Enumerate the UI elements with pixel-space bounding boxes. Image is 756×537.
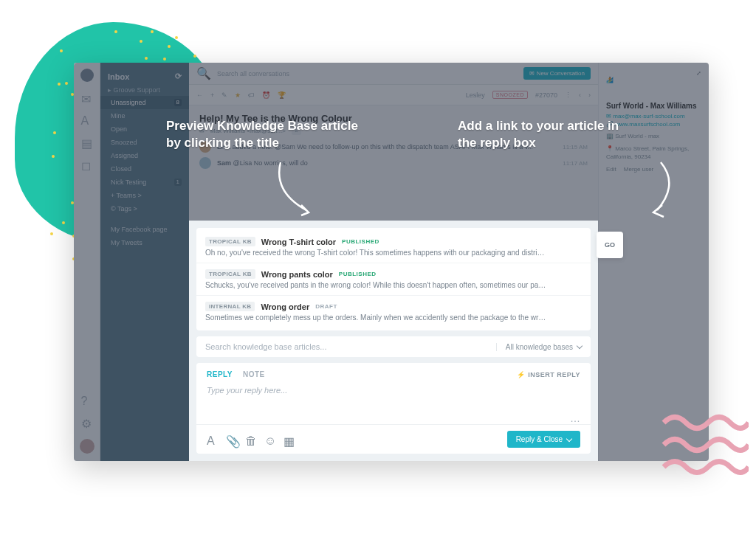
kb-search-input[interactable]: [205, 342, 496, 351]
edit-contact[interactable]: Edit: [606, 166, 616, 173]
sidebar-item-unassigned[interactable]: Unassigned8: [100, 96, 189, 109]
reply-more[interactable]: …: [196, 412, 591, 424]
status-badge[interactable]: SNOOZED: [492, 91, 528, 99]
search-icon[interactable]: 🔍: [196, 66, 211, 80]
arrow-left: [266, 155, 325, 221]
reply-textarea[interactable]: Type your reply here...: [196, 383, 591, 412]
kb-excerpt: Sometimes we completely mess up the orde…: [205, 313, 546, 322]
star-icon[interactable]: ★: [235, 91, 241, 99]
kb-result[interactable]: TROPICAL KB Wrong T-shirt color PUBLISHE…: [196, 231, 591, 263]
more-icon[interactable]: ⋮: [565, 91, 571, 99]
kb-article-title[interactable]: Wrong order: [261, 302, 309, 311]
kb-tag: TROPICAL KB: [205, 237, 255, 246]
new-conversation-button[interactable]: ✉ New Conversation: [523, 67, 591, 80]
tab-note[interactable]: NOTE: [243, 370, 265, 378]
tab-reply[interactable]: REPLY: [207, 370, 233, 378]
gear-icon[interactable]: ⚙: [81, 417, 93, 429]
chevron-down-icon: [577, 343, 583, 349]
attach-icon[interactable]: 📎: [226, 434, 236, 445]
kb-search-bar: All knowledge bases: [196, 336, 591, 357]
topbar: 🔍 Search all conversations ✉ New Convers…: [189, 63, 598, 85]
back-icon[interactable]: ←: [196, 91, 203, 99]
kb-tag: TROPICAL KB: [205, 269, 255, 279]
sidebar-item-tweets[interactable]: My Tweets: [100, 236, 189, 249]
trophy-icon[interactable]: 🏆: [278, 91, 286, 99]
assignee[interactable]: Lesley: [466, 91, 485, 99]
kb-go-button[interactable]: GO: [597, 232, 623, 258]
tag-icon[interactable]: 🏷: [248, 91, 255, 99]
add-icon[interactable]: +: [210, 91, 214, 99]
decorative-waves: [660, 404, 749, 493]
callout-link: Add a link to your article in the reply …: [458, 118, 635, 152]
kb-result[interactable]: TROPICAL KB Wrong pants color PUBLISHED …: [196, 263, 591, 296]
prev-icon[interactable]: ‹: [579, 91, 581, 99]
insert-reply-button[interactable]: ⚡ INSERT REPLY: [517, 371, 580, 378]
sidebar-item-facebook[interactable]: My Facebook page: [100, 223, 189, 236]
emoji-icon[interactable]: ☺: [264, 434, 275, 445]
sidebar-item-testing[interactable]: Nick Testing1: [100, 176, 189, 189]
message-row[interactable]: Sam @Lisa No worries, will do 11:17 AM: [199, 157, 588, 169]
kb-status: PUBLISHED: [339, 271, 377, 277]
kb-status: DRAFT: [315, 303, 337, 310]
sidebar-item-tags[interactable]: © Tags >: [100, 202, 189, 215]
kb-article-title[interactable]: Wrong pants color: [261, 270, 333, 279]
kb-result[interactable]: INTERNAL KB Wrong order DRAFT Sometimes …: [196, 296, 591, 328]
help-icon[interactable]: ?: [81, 395, 93, 406]
edit-icon[interactable]: ✎: [221, 91, 227, 99]
kb-filter-dropdown[interactable]: All knowledge bases: [496, 343, 582, 351]
global-search[interactable]: Search all conversations: [217, 70, 518, 77]
trash-icon[interactable]: 🗑: [245, 434, 255, 445]
convo-toolbar: ← + ✎ ★ 🏷 ⏰ 🏆 Lesley SNOOZED #27070 ⋮ ‹ …: [189, 85, 598, 105]
kb-results: GO TROPICAL KB Wrong T-shirt color PUBLI…: [196, 228, 591, 330]
clock-icon[interactable]: ⏰: [262, 91, 270, 99]
sidebar-item-closed[interactable]: Closed: [100, 162, 189, 176]
sidebar-title: Inbox ⟳: [100, 69, 189, 84]
font-icon[interactable]: A: [81, 114, 93, 126]
contact-avatar: 🏄: [606, 77, 627, 97]
sidebar-item-teams[interactable]: + Teams >: [100, 189, 189, 202]
reply-send-button[interactable]: Reply & Close: [507, 431, 580, 448]
avatar: [199, 157, 211, 169]
kb-tag: INTERNAL KB: [205, 302, 255, 311]
inbox-icon[interactable]: ✉: [81, 92, 93, 104]
kb-status: PUBLISHED: [342, 238, 379, 245]
expand-icon[interactable]: ⤢: [606, 70, 701, 77]
mailbox-selector[interactable]: ▸ Groove Support: [100, 84, 189, 96]
kb-panel: GO TROPICAL KB Wrong T-shirt color PUBLI…: [189, 221, 598, 461]
kb-excerpt: Schucks, you've received pants in the wr…: [205, 281, 546, 289]
book-icon[interactable]: ▤: [81, 136, 93, 148]
format-icon[interactable]: A: [207, 434, 217, 445]
next-icon[interactable]: ›: [588, 91, 591, 99]
reply-box: REPLY NOTE ⚡ INSERT REPLY Type your repl…: [196, 363, 591, 454]
nav-rail: ✉ A ▤ ◻ ? ⚙: [74, 63, 100, 461]
arrow-right: [631, 155, 690, 221]
user-avatar[interactable]: [80, 439, 94, 454]
refresh-icon[interactable]: ⟳: [175, 72, 182, 81]
kb-icon[interactable]: ▦: [284, 434, 294, 445]
kb-excerpt: Oh no, you've received the wrong T-shirt…: [205, 249, 546, 257]
ticket-id: #27070: [535, 91, 557, 99]
contact-name: Surf World - Max Williams: [606, 102, 701, 110]
kb-article-title[interactable]: Wrong T-shirt color: [261, 238, 336, 246]
callout-preview: Preview Knowledge Base article by clicki…: [166, 118, 358, 152]
timestamp: 11:17 AM: [563, 160, 588, 167]
chat-icon[interactable]: ◻: [81, 159, 93, 170]
app-logo[interactable]: [80, 69, 94, 82]
